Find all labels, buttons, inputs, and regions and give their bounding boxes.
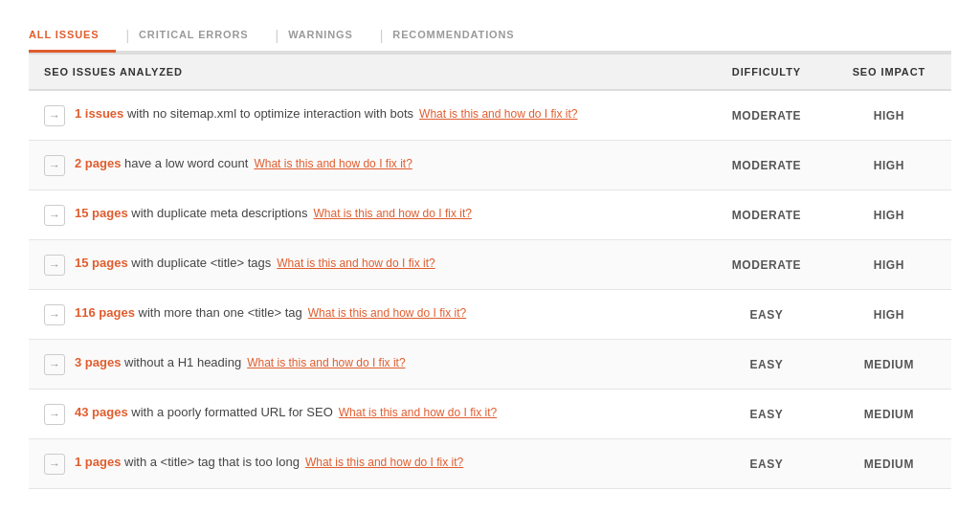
fix-link[interactable]: What is this and how do I fix it? bbox=[305, 456, 463, 469]
impact-cell: HIGH bbox=[827, 240, 951, 290]
issues-table: SEO ISSUES ANALYZED DIFFICULTY SEO IMPAC… bbox=[29, 53, 951, 489]
fix-link[interactable]: What is this and how do I fix it? bbox=[308, 306, 466, 320]
issue-highlight: 15 pages bbox=[75, 206, 128, 220]
table-row: →116 pages with more than one <title> ta… bbox=[29, 290, 951, 340]
issue-cell-7: →43 pages with a poorly formatted URL fo… bbox=[29, 390, 706, 439]
issue-highlight: 43 pages bbox=[75, 405, 128, 419]
tab-critical-errors[interactable]: CRITICAL ERRORS bbox=[139, 19, 265, 53]
table-row: →1 issues with no sitemap.xml to optimiz… bbox=[29, 90, 951, 141]
table-row: →2 pages have a low word countWhat is th… bbox=[29, 141, 951, 190]
issue-cell-3: →15 pages with duplicate meta descriptio… bbox=[29, 190, 706, 240]
issue-text: 1 pages with a <title> tag that is too l… bbox=[75, 453, 463, 472]
issue-highlight: 2 pages bbox=[75, 156, 121, 170]
impact-cell: HIGH bbox=[827, 190, 951, 240]
impact-cell: HIGH bbox=[827, 290, 951, 340]
issue-text: 43 pages with a poorly formatted URL for… bbox=[75, 403, 497, 422]
arrow-icon[interactable]: → bbox=[44, 454, 65, 475]
arrow-icon[interactable]: → bbox=[44, 354, 65, 375]
col-header-issues: SEO ISSUES ANALYZED bbox=[29, 54, 706, 90]
table-row: →1 pages with a <title> tag that is too … bbox=[29, 439, 951, 489]
issue-cell-2: →2 pages have a low word countWhat is th… bbox=[29, 141, 706, 190]
table-row: →43 pages with a poorly formatted URL fo… bbox=[29, 390, 951, 439]
tab-warnings[interactable]: WARNINGS bbox=[288, 19, 370, 53]
tab-sep-1: | bbox=[125, 28, 129, 43]
main-container: ALL ISSUES | CRITICAL ERRORS | WARNINGS … bbox=[0, 0, 980, 508]
fix-link[interactable]: What is this and how do I fix it? bbox=[277, 256, 434, 270]
arrow-icon[interactable]: → bbox=[44, 255, 65, 276]
issue-cell-4: →15 pages with duplicate <title> tagsWha… bbox=[29, 240, 706, 290]
issues-table-wrapper: SEO ISSUES ANALYZED DIFFICULTY SEO IMPAC… bbox=[29, 53, 951, 489]
issue-text: 15 pages with duplicate meta description… bbox=[75, 204, 472, 223]
tab-all-issues[interactable]: ALL ISSUES bbox=[29, 19, 116, 53]
issue-text: 3 pages without a H1 headingWhat is this… bbox=[75, 353, 406, 372]
table-row: →15 pages with duplicate meta descriptio… bbox=[29, 190, 951, 240]
tab-sep-3: | bbox=[380, 28, 384, 43]
difficulty-cell: MODERATE bbox=[706, 240, 827, 290]
fix-link[interactable]: What is this and how do I fix it? bbox=[314, 207, 472, 220]
tab-bar: ALL ISSUES | CRITICAL ERRORS | WARNINGS … bbox=[29, 19, 951, 53]
fix-link[interactable]: What is this and how do I fix it? bbox=[247, 356, 405, 369]
fix-link[interactable]: What is this and how do I fix it? bbox=[339, 406, 497, 419]
difficulty-cell: EASY bbox=[706, 439, 827, 489]
issue-highlight: 116 pages bbox=[75, 305, 135, 320]
tab-sep-2: | bbox=[275, 28, 278, 43]
table-header-row: SEO ISSUES ANALYZED DIFFICULTY SEO IMPAC… bbox=[29, 54, 951, 90]
impact-cell: MEDIUM bbox=[827, 390, 951, 439]
difficulty-cell: MODERATE bbox=[706, 190, 827, 240]
arrow-icon[interactable]: → bbox=[44, 105, 65, 126]
difficulty-cell: EASY bbox=[706, 340, 827, 390]
table-row: →15 pages with duplicate <title> tagsWha… bbox=[29, 240, 951, 290]
col-header-difficulty: DIFFICULTY bbox=[706, 54, 827, 90]
table-row: →3 pages without a H1 headingWhat is thi… bbox=[29, 340, 951, 390]
tab-recommendations[interactable]: RECOMMENDATIONS bbox=[392, 19, 531, 53]
issue-highlight: 1 pages bbox=[75, 455, 121, 469]
issue-text: 1 issues with no sitemap.xml to optimize… bbox=[75, 104, 578, 123]
fix-link[interactable]: What is this and how do I fix it? bbox=[254, 157, 412, 170]
impact-cell: MEDIUM bbox=[827, 439, 951, 489]
difficulty-cell: EASY bbox=[706, 290, 827, 340]
arrow-icon[interactable]: → bbox=[44, 155, 65, 176]
issue-highlight: 3 pages bbox=[75, 355, 121, 369]
issue-highlight: 1 issues bbox=[75, 106, 123, 121]
issue-text: 116 pages with more than one <title> tag… bbox=[75, 303, 466, 323]
difficulty-cell: MODERATE bbox=[706, 90, 827, 141]
issue-cell-5: →116 pages with more than one <title> ta… bbox=[29, 290, 706, 340]
issue-text: 15 pages with duplicate <title> tagsWhat… bbox=[75, 254, 435, 273]
issue-highlight: 15 pages bbox=[75, 256, 128, 270]
fix-link[interactable]: What is this and how do I fix it? bbox=[419, 107, 577, 121]
impact-cell: MEDIUM bbox=[827, 340, 951, 390]
impact-cell: HIGH bbox=[827, 141, 951, 190]
arrow-icon[interactable]: → bbox=[44, 205, 65, 226]
impact-cell: HIGH bbox=[827, 90, 951, 141]
issue-text: 2 pages have a low word countWhat is thi… bbox=[75, 154, 412, 173]
arrow-icon[interactable]: → bbox=[44, 304, 65, 325]
issue-cell-8: →1 pages with a <title> tag that is too … bbox=[29, 439, 706, 489]
difficulty-cell: MODERATE bbox=[706, 141, 827, 190]
issue-cell-1: →1 issues with no sitemap.xml to optimiz… bbox=[29, 90, 706, 141]
arrow-icon[interactable]: → bbox=[44, 404, 65, 425]
issue-cell-6: →3 pages without a H1 headingWhat is thi… bbox=[29, 340, 706, 390]
col-header-impact: SEO IMPACT bbox=[827, 54, 951, 90]
difficulty-cell: EASY bbox=[706, 390, 827, 439]
